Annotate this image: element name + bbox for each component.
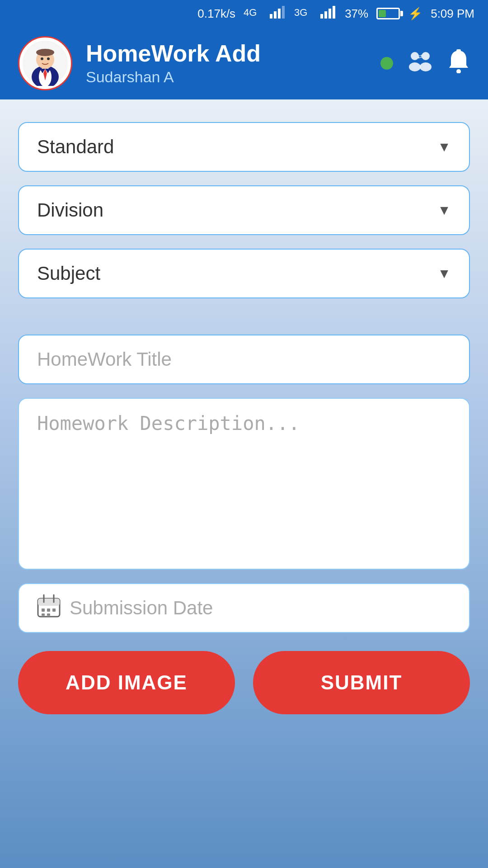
svg-rect-1 (270, 14, 272, 19)
svg-rect-3 (278, 9, 281, 19)
svg-rect-32 (47, 609, 50, 612)
svg-rect-2 (274, 11, 277, 19)
date-placeholder-text: Submission Date (70, 597, 213, 619)
online-status-dot (380, 57, 393, 70)
group-icon[interactable]: ⇄ (407, 50, 434, 77)
subject-label: Subject (37, 263, 100, 284)
network-type: 4G (244, 6, 262, 22)
svg-point-25 (456, 69, 461, 73)
network-3g: 3G (294, 6, 312, 22)
division-label: Division (37, 199, 103, 221)
avatar (18, 36, 72, 90)
svg-rect-8 (328, 9, 331, 19)
status-bar: 0.17k/s 4G 3G 37% ⚡ 5:09 PM (0, 0, 488, 27)
subject-chevron-icon: ▼ (437, 266, 451, 281)
svg-rect-31 (42, 609, 45, 612)
svg-point-15 (36, 49, 54, 56)
standard-label: Standard (37, 136, 114, 158)
standard-chevron-icon: ▼ (437, 139, 451, 155)
svg-text:4G: 4G (244, 7, 257, 18)
header-actions: ⇄ (380, 49, 470, 78)
submit-button[interactable]: SUBMIT (253, 651, 470, 714)
battery-icon (376, 8, 400, 19)
svg-point-23 (420, 62, 432, 71)
svg-rect-34 (42, 613, 45, 616)
svg-rect-6 (320, 14, 323, 19)
svg-rect-35 (47, 613, 50, 616)
page-title: HomeWork Add (86, 41, 367, 66)
signal-bars-4g (270, 6, 286, 22)
battery-percent: 37% (345, 7, 368, 21)
charge-icon: ⚡ (408, 7, 422, 21)
header: HomeWork Add Sudarshan A ⇄ (0, 27, 488, 99)
svg-rect-9 (333, 6, 335, 19)
svg-point-17 (47, 57, 50, 60)
time: 5:09 PM (431, 7, 474, 21)
standard-dropdown[interactable]: Standard ▼ (18, 122, 470, 172)
signal-bars-3g (320, 6, 337, 22)
svg-rect-28 (38, 599, 60, 606)
homework-description-input[interactable] (18, 398, 470, 570)
calendar-icon (37, 594, 61, 623)
division-chevron-icon: ▼ (437, 203, 451, 218)
header-info: HomeWork Add Sudarshan A (86, 41, 367, 86)
action-buttons: ADD IMAGE SUBMIT (18, 651, 470, 714)
homework-title-input[interactable] (18, 335, 470, 384)
svg-rect-4 (282, 6, 285, 19)
svg-rect-33 (52, 609, 56, 612)
svg-rect-7 (324, 11, 327, 19)
svg-point-16 (41, 57, 43, 60)
add-image-button[interactable]: ADD IMAGE (18, 651, 235, 714)
svg-point-21 (409, 62, 421, 71)
svg-text:3G: 3G (294, 7, 307, 18)
main-content: Standard ▼ Division ▼ Subject ▼ (0, 99, 488, 868)
user-name: Sudarshan A (86, 68, 367, 86)
notification-icon[interactable] (447, 49, 470, 78)
svg-text:⇄: ⇄ (418, 53, 423, 60)
subject-dropdown[interactable]: Subject ▼ (18, 249, 470, 298)
network-speed: 0.17k/s (197, 7, 235, 21)
svg-rect-26 (456, 49, 461, 52)
submission-date-input[interactable]: Submission Date (18, 583, 470, 633)
division-dropdown[interactable]: Division ▼ (18, 185, 470, 235)
